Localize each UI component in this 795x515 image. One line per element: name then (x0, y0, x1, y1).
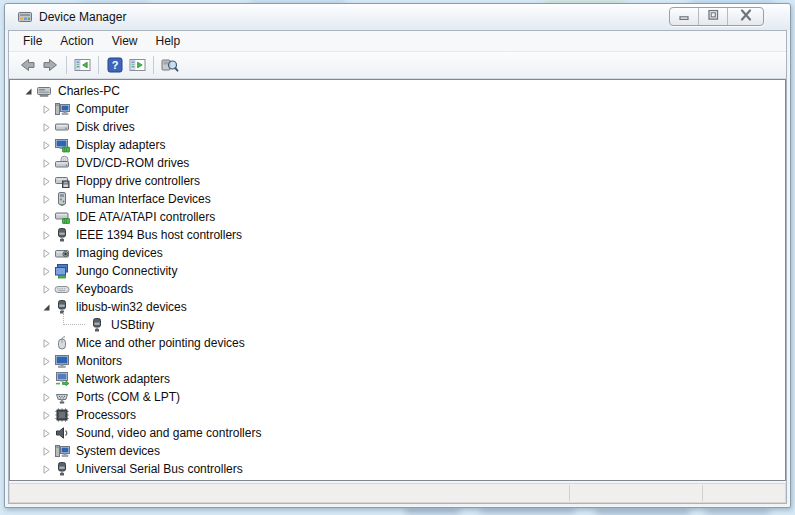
forward-button[interactable] (39, 54, 62, 77)
tree-item-processors[interactable]: Processors (10, 406, 785, 424)
collapsed-triangle-icon[interactable] (40, 337, 53, 349)
menubar: FileActionViewHelp (9, 31, 786, 52)
collapsed-triangle-icon[interactable] (40, 229, 53, 241)
tree-item-dvd-cd-rom-drives[interactable]: DVD/CD-ROM drives (10, 154, 785, 172)
expanded-triangle-icon[interactable] (22, 85, 35, 97)
tree-item-label: IDE ATA/ATAPI controllers (74, 210, 217, 224)
collapsed-triangle-icon[interactable] (40, 175, 53, 187)
svg-text:?: ? (111, 59, 118, 71)
menu-file[interactable]: File (14, 32, 51, 51)
ide-controller-icon (53, 209, 70, 225)
serial-port-icon (53, 389, 70, 405)
collapsed-triangle-icon[interactable] (40, 391, 53, 403)
tree-item-network-adapters[interactable]: Network adapters (10, 370, 785, 388)
collapsed-triangle-icon[interactable] (40, 283, 53, 295)
tree-item-libusb-win32-devices[interactable]: libusb-win32 devices (10, 298, 785, 316)
background-blur (480, 509, 575, 513)
back-button[interactable] (16, 54, 39, 77)
help-icon: ? (107, 57, 123, 73)
tree-item-label: Display adapters (74, 138, 167, 152)
device-manager-window: Device Manager FileActionViewHelp ? Char… (4, 3, 791, 508)
titlebar[interactable]: Device Manager (5, 4, 790, 30)
tree-item-usbtiny[interactable]: USBtiny (10, 316, 785, 334)
tree-item-floppy-drive-controllers[interactable]: Floppy drive controllers (10, 172, 785, 190)
console-tree-icon (74, 57, 91, 73)
collapsed-triangle-icon[interactable] (40, 247, 53, 259)
tree-item-charles-pc[interactable]: Charles-PC (10, 82, 785, 100)
collapsed-triangle-icon[interactable] (40, 157, 53, 169)
tree-item-disk-drives[interactable]: Disk drives (10, 118, 785, 136)
maximize-icon (706, 9, 720, 24)
computer-root-icon (35, 83, 52, 99)
background-blur (705, 510, 770, 514)
processor-icon (53, 407, 70, 423)
collapsed-triangle-icon[interactable] (40, 427, 53, 439)
tree-connector-line (63, 309, 85, 325)
tree-item-human-interface-devices[interactable]: Human Interface Devices (10, 190, 785, 208)
system-devices-icon (53, 443, 70, 459)
menu-action[interactable]: Action (51, 32, 102, 51)
desktop-background: Device Manager FileActionViewHelp ? Char… (0, 0, 795, 515)
tree-item-label: Floppy drive controllers (74, 174, 202, 188)
close-button[interactable] (728, 8, 763, 25)
mouse-icon (53, 335, 70, 351)
tree-item-label: Human Interface Devices (74, 192, 213, 206)
dvd-drive-icon (53, 155, 70, 171)
help-button[interactable]: ? (103, 54, 126, 77)
hid-icon (53, 191, 70, 207)
tree-item-label: Universal Serial Bus controllers (74, 462, 245, 476)
collapsed-triangle-icon[interactable] (40, 445, 53, 457)
tree-item-ieee-1394-bus-host-controllers[interactable]: IEEE 1394 Bus host controllers (10, 226, 785, 244)
collapsed-triangle-icon[interactable] (40, 463, 53, 475)
maximize-button[interactable] (699, 8, 728, 25)
show-console-tree-button[interactable] (71, 54, 94, 77)
collapsed-triangle-icon[interactable] (40, 211, 53, 223)
monitor-icon (53, 353, 70, 369)
tree-item-ide-ata-atapi-controllers[interactable]: IDE ATA/ATAPI controllers (10, 208, 785, 226)
collapsed-triangle-icon[interactable] (40, 121, 53, 133)
collapsed-triangle-icon[interactable] (40, 265, 53, 277)
tree-item-label: Monitors (74, 354, 124, 368)
tree-item-mice-and-other-pointing-devices[interactable]: Mice and other pointing devices (10, 334, 785, 352)
usb-plug-icon (53, 461, 70, 477)
usb-plug-icon (53, 227, 70, 243)
show-action-pane-button[interactable] (126, 54, 149, 77)
tree-item-imaging-devices[interactable]: Imaging devices (10, 244, 785, 262)
toolbar-separator (98, 56, 99, 74)
device-tree: Charles-PCComputerDisk drivesDisplay ada… (9, 79, 786, 481)
close-icon (739, 9, 753, 24)
collapsed-triangle-icon[interactable] (40, 103, 53, 115)
network-adapter-icon (53, 371, 70, 387)
collapsed-triangle-icon[interactable] (40, 373, 53, 385)
background-blur (595, 510, 690, 514)
tree-item-jungo-connectivity[interactable]: Jungo Connectivity (10, 262, 785, 280)
tree-item-label: System devices (74, 444, 162, 458)
tree-item-monitors[interactable]: Monitors (10, 352, 785, 370)
minimize-icon (677, 9, 691, 24)
collapsed-triangle-icon[interactable] (40, 355, 53, 367)
tree-item-sound-video-and-game-controllers[interactable]: Sound, video and game controllers (10, 424, 785, 442)
collapsed-triangle-icon[interactable] (40, 409, 53, 421)
collapsed-triangle-icon[interactable] (40, 193, 53, 205)
tree-item-keyboards[interactable]: Keyboards (10, 280, 785, 298)
tree-item-system-devices[interactable]: System devices (10, 442, 785, 460)
computer-icon (53, 101, 70, 117)
tree-item-ports-com-lpt[interactable]: Ports (COM & LPT) (10, 388, 785, 406)
statusbar-separator (569, 485, 570, 501)
expanded-triangle-icon[interactable] (40, 301, 53, 313)
tree-item-label: DVD/CD-ROM drives (74, 156, 191, 170)
tree-item-label: Processors (74, 408, 138, 422)
toolbar-separator (66, 56, 67, 74)
menu-help[interactable]: Help (147, 32, 190, 51)
scan-icon (161, 57, 179, 73)
tree-item-computer[interactable]: Computer (10, 100, 785, 118)
minimize-button[interactable] (670, 8, 699, 25)
display-adapter-icon (53, 137, 70, 153)
tree-item-display-adapters[interactable]: Display adapters (10, 136, 785, 154)
collapsed-triangle-icon[interactable] (40, 139, 53, 151)
menu-view[interactable]: View (103, 32, 147, 51)
tree-item-universal-serial-bus-controllers[interactable]: Universal Serial Bus controllers (10, 460, 785, 478)
scan-for-hardware-changes-button[interactable] (158, 54, 181, 77)
window-title: Device Manager (39, 10, 126, 24)
tree-item-label: Keyboards (74, 282, 135, 296)
